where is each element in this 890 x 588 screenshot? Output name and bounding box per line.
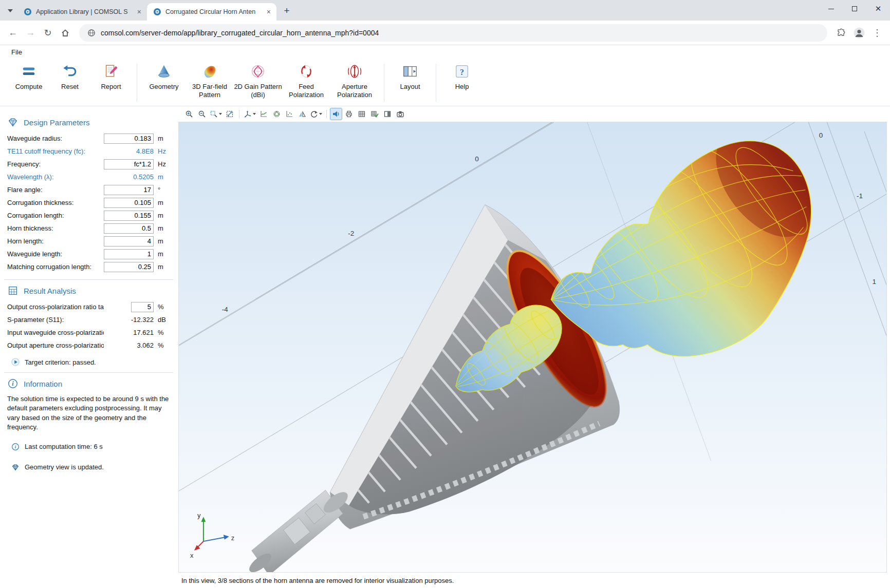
param-unit: m (158, 135, 171, 142)
grid-icon[interactable] (356, 108, 367, 120)
zoom-in-icon[interactable] (183, 108, 195, 120)
split-view-icon[interactable] (382, 108, 393, 120)
print-icon[interactable] (343, 108, 355, 120)
play-icon (11, 358, 20, 366)
mirror-image-icon[interactable] (296, 108, 308, 120)
axis-tick: -2 (348, 230, 354, 237)
address-bar[interactable]: comsol.com/server-demo/app/library_corru… (79, 24, 827, 42)
axis-tick: 0 (475, 155, 478, 163)
browser-tab-active[interactable]: Corrugated Circular Horn Anten × (147, 3, 276, 21)
toolbar-separator (326, 110, 327, 118)
s-parameter-value: -12.322 (104, 316, 154, 324)
grid-settings-icon[interactable] (369, 108, 380, 120)
wavelength-value: 0.5205 (104, 173, 154, 181)
input-cross-polarization-value: 17.621 (104, 329, 154, 336)
new-tab-button[interactable]: + (280, 4, 294, 18)
toolbar-separator (239, 110, 239, 118)
screenshot-camera-icon[interactable] (395, 108, 406, 120)
chevron-down-icon (253, 113, 256, 115)
reset-icon (62, 63, 78, 80)
farfield-lobe-icon (201, 63, 218, 80)
svg-text:?: ? (460, 68, 464, 77)
frequency-input[interactable] (104, 159, 154, 169)
result-label: S-parameter (S11): (7, 316, 104, 324)
scene-3d[interactable]: 0 -2 -4 0 -1 1 (179, 122, 886, 572)
chevron-down-icon (319, 113, 322, 115)
zoom-box-icon[interactable] (209, 108, 222, 120)
section-title: Result Analysis (24, 287, 76, 295)
report-icon (103, 63, 119, 80)
cross-polarization-target-input[interactable] (131, 302, 154, 312)
gain-2d-button[interactable]: 2D Gain Pattern (dBi) (234, 63, 282, 99)
section-title: Design Parameters (24, 118, 89, 127)
corrugation-thickness-input[interactable] (104, 198, 154, 208)
layout-button[interactable]: Layout (390, 63, 431, 91)
param-label: Horn length: (7, 237, 104, 245)
x-axis-label: x (190, 552, 194, 559)
reset-button[interactable]: Reset (49, 63, 90, 91)
tab-search-button[interactable] (3, 4, 17, 18)
help-button[interactable]: ? Help (441, 63, 483, 91)
extensions-icon[interactable] (833, 25, 849, 41)
forward-icon[interactable]: → (23, 25, 38, 41)
param-label: Waveguide length: (7, 250, 104, 258)
plot-1d-icon[interactable] (258, 108, 269, 120)
axis-tick: -4 (222, 306, 228, 313)
feed-polarization-icon (298, 63, 314, 80)
aperture-polarization-button[interactable]: Aperture Polarization (330, 63, 379, 99)
z-axis-label: z (231, 534, 234, 542)
output-cross-polarization-value: 3.062 (104, 342, 154, 349)
tab-close-icon[interactable]: × (136, 8, 143, 16)
avatar[interactable] (851, 25, 867, 41)
plot-global-icon[interactable] (284, 108, 295, 120)
ribbon-separator (436, 64, 436, 102)
close-button[interactable]: ✕ (866, 0, 890, 17)
report-button[interactable]: Report (90, 63, 132, 91)
section-title: Information (24, 380, 62, 388)
information-paragraph: The solution time is expected to be arou… (0, 393, 177, 432)
graphics-canvas[interactable]: 0 -2 -4 0 -1 1 (178, 122, 887, 573)
horn-length-input[interactable] (104, 236, 154, 246)
plot-1d-polar-icon[interactable] (271, 108, 282, 120)
param-label: Corrugation thickness: (7, 199, 104, 206)
compute-button[interactable]: Compute (8, 63, 49, 91)
result-analysis-header: Result Analysis (0, 280, 177, 300)
compute-icon (21, 63, 37, 80)
te11-cutoff-value: 4.8E8 (104, 147, 154, 155)
back-icon[interactable]: ← (5, 25, 21, 41)
file-menu[interactable]: File (8, 47, 25, 57)
home-icon[interactable] (58, 25, 73, 41)
feed-polarization-button[interactable]: Feed Polarization (282, 63, 330, 99)
matching-corrugation-length-input[interactable] (104, 262, 154, 272)
maximize-button[interactable] (843, 0, 866, 17)
go-to-default-view-icon[interactable] (243, 108, 256, 120)
browser-tab[interactable]: Application Library | COMSOL S × (17, 3, 147, 21)
comsol-favicon-icon (24, 8, 32, 16)
zoom-extents-icon[interactable] (224, 108, 235, 120)
info-icon: i (7, 378, 18, 389)
geometry-button[interactable]: Geometry (142, 63, 186, 91)
zoom-out-icon[interactable] (196, 108, 208, 120)
graphics-area: 0 -2 -4 0 -1 1 (177, 106, 890, 588)
rotate-icon[interactable] (309, 108, 323, 120)
minimize-button[interactable] (819, 0, 843, 17)
param-label: Horn thickness: (7, 224, 104, 232)
chevron-down-icon (8, 9, 13, 12)
flare-angle-input[interactable] (104, 185, 154, 195)
browser-tabstrip: Application Library | COMSOL S × Corruga… (0, 0, 890, 21)
last-computation-status: i Last computation time: 6 s (0, 432, 177, 451)
farfield-3d-button[interactable]: 3D Far-field Pattern (186, 63, 234, 99)
tab-close-icon[interactable]: × (265, 8, 272, 16)
reload-icon[interactable]: ↻ (40, 25, 55, 41)
y-axis-label: y (197, 511, 201, 519)
waveguide-radius-input[interactable] (104, 134, 154, 144)
help-icon: ? (454, 63, 470, 80)
param-label: Corrugation length: (7, 212, 104, 219)
waveguide-length-input[interactable] (104, 249, 154, 259)
settings-panel: Design Parameters Waveguide radius:m TE1… (0, 106, 177, 588)
corrugation-length-input[interactable] (104, 211, 154, 221)
speaker-icon[interactable] (330, 108, 342, 120)
menu-kebab-icon[interactable]: ⋮ (869, 25, 885, 41)
horn-thickness-input[interactable] (104, 223, 154, 234)
status-text: Last computation time: 6 s (25, 443, 103, 450)
